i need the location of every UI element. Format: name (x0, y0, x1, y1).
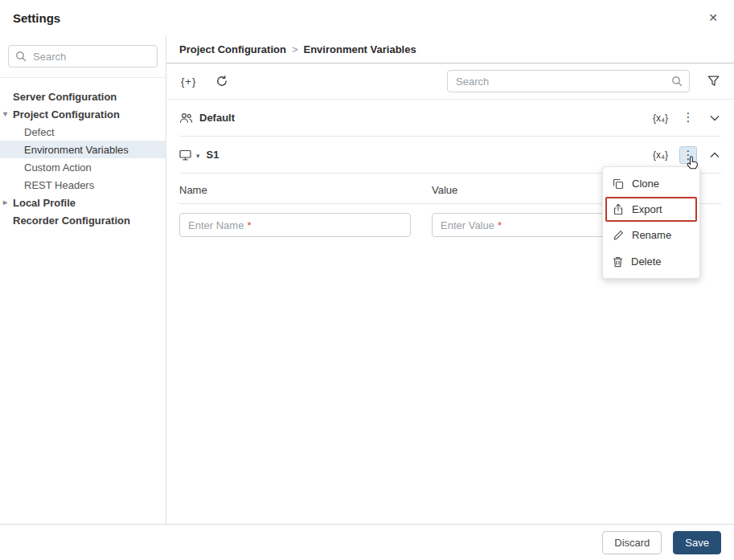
sidebar-item-defect[interactable]: Defect (0, 123, 166, 141)
settings-sidebar: Server Configuration ▾ Project Configura… (0, 35, 166, 524)
settings-dialog: Settings ✕ Server Configuration (0, 0, 734, 560)
menu-item-export[interactable]: Export (605, 197, 697, 222)
sidebar-item-project-configuration[interactable]: ▾ Project Configuration (0, 105, 166, 123)
env-content: Default {x₄} ⋮ (166, 100, 734, 524)
breadcrumb-current: Environment Variables (303, 43, 416, 55)
context-menu: Clone Export Rename (602, 166, 700, 279)
menu-item-label: Rename (632, 229, 671, 241)
menu-item-label: Clone (632, 178, 659, 190)
env-toolbar: {+} (166, 63, 734, 100)
sidebar-item-label: Project Configuration (13, 108, 120, 121)
search-icon (15, 51, 27, 62)
menu-item-rename[interactable]: Rename (603, 222, 699, 248)
sidebar-item-server-configuration[interactable]: Server Configuration (0, 88, 166, 105)
kebab-menu-button-active[interactable]: ⋮ (679, 146, 697, 164)
filter-icon (707, 76, 720, 87)
env-search-box[interactable] (447, 70, 690, 92)
sidebar-item-label: Custom Action (24, 161, 92, 174)
filter-button[interactable] (706, 74, 721, 88)
sidebar-item-rest-headers[interactable]: REST Headers (0, 176, 166, 194)
sidebar-search-box[interactable] (8, 45, 158, 67)
sidebar-item-label: Server Configuration (13, 91, 117, 103)
export-icon (613, 203, 624, 215)
menu-item-clone[interactable]: Clone (603, 170, 699, 197)
refresh-button[interactable] (214, 73, 230, 89)
delete-icon (613, 256, 623, 268)
sidebar-item-label: Recorder Configuration (13, 215, 130, 227)
menu-item-delete[interactable]: Delete (603, 248, 699, 275)
breadcrumb: Project Configuration > Environment Vari… (166, 35, 734, 63)
clone-icon (613, 178, 624, 190)
chevron-down-icon[interactable]: ▾ (3, 109, 7, 118)
group-name: S1 (207, 149, 219, 161)
group-icon (179, 112, 193, 124)
settings-nav-tree: Server Configuration ▾ Project Configura… (0, 78, 166, 239)
add-variable-button[interactable]: {+} (179, 74, 198, 89)
breadcrumb-separator: > (292, 43, 298, 55)
main-panel: Project Configuration > Environment Vari… (166, 35, 734, 524)
sidebar-item-label: Environment Variables (24, 144, 129, 156)
required-asterisk: * (247, 219, 251, 231)
sidebar-item-local-profile[interactable]: ▸ Local Profile (0, 194, 166, 211)
group-name: Default (199, 112, 235, 124)
sidebar-search-area (0, 35, 166, 78)
variables-icon[interactable]: {x₄} (653, 149, 668, 161)
monitor-icon (179, 149, 191, 161)
braces-plus-icon: {+} (181, 76, 196, 88)
dialog-body: Server Configuration ▾ Project Configura… (0, 35, 734, 524)
chevron-down-icon[interactable] (708, 113, 721, 123)
refresh-icon (215, 75, 228, 88)
sidebar-item-custom-action[interactable]: Custom Action (0, 158, 166, 176)
rename-icon (613, 230, 624, 241)
required-asterisk: * (498, 219, 502, 231)
sidebar-search-input[interactable] (31, 50, 150, 63)
sidebar-item-label: Defect (24, 126, 55, 138)
sidebar-item-environment-variables[interactable]: Environment Variables (0, 141, 166, 158)
dialog-footer: Discard Save (0, 524, 734, 560)
kebab-menu-button[interactable]: ⋮ (679, 109, 697, 127)
value-placeholder: Enter Value (441, 219, 494, 231)
search-icon (671, 76, 683, 87)
caret-down-icon[interactable]: ▾ (196, 152, 200, 160)
dialog-title: Settings (13, 11, 60, 25)
save-button[interactable]: Save (673, 531, 721, 554)
chevron-right-icon[interactable]: ▸ (3, 198, 7, 206)
close-icon[interactable]: ✕ (705, 10, 721, 26)
dialog-header: Settings ✕ (0, 0, 734, 35)
column-header-name: Name (179, 184, 411, 196)
sidebar-item-label: Local Profile (13, 197, 76, 209)
menu-item-label: Export (632, 203, 662, 215)
menu-item-label: Delete (631, 255, 662, 268)
breadcrumb-parent[interactable]: Project Configuration (179, 43, 286, 55)
sidebar-item-recorder-configuration[interactable]: Recorder Configuration (0, 211, 166, 229)
env-search-input[interactable] (454, 75, 666, 88)
chevron-up-icon[interactable] (708, 150, 721, 160)
sidebar-item-label: REST Headers (24, 179, 94, 191)
discard-button[interactable]: Discard (602, 531, 662, 554)
name-input[interactable]: Enter Name * (179, 213, 411, 237)
name-placeholder: Enter Name (188, 219, 244, 231)
env-group-default[interactable]: Default {x₄} ⋮ (179, 100, 721, 137)
variables-icon[interactable]: {x₄} (653, 112, 668, 124)
